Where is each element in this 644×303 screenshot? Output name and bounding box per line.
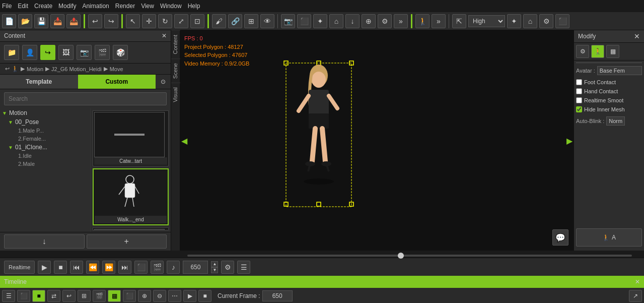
audio-button[interactable]: ♪: [167, 261, 180, 274]
tl-btn-7[interactable]: 🎬: [93, 290, 106, 302]
camera-icon-btn[interactable]: 📷: [77, 45, 92, 60]
forward-button[interactable]: ⏩: [102, 261, 115, 274]
merge-button[interactable]: ⊞: [244, 14, 258, 28]
hide-inner-mesh-checkbox[interactable]: [576, 106, 582, 112]
frame-down-btn[interactable]: ▼: [211, 267, 218, 273]
light-button[interactable]: ✦: [313, 14, 327, 28]
tl-btn-11[interactable]: ⊖: [153, 290, 166, 302]
mod-settings-icon[interactable]: ⚙: [576, 45, 589, 58]
tl-btn-4[interactable]: ⇄: [47, 290, 60, 302]
home-button[interactable]: ⌂: [329, 14, 343, 28]
plus-bottom-btn[interactable]: +: [87, 234, 167, 249]
tl-btn-3[interactable]: ■: [32, 290, 45, 302]
menu-edit[interactable]: Edit: [18, 3, 28, 10]
clip-button[interactable]: 🎬: [151, 261, 164, 274]
tl-btn-1[interactable]: ☰: [2, 290, 15, 302]
thumb-catw[interactable]: Catw...tart: [93, 110, 169, 166]
prev-button[interactable]: ⏮: [70, 261, 83, 274]
tab-settings-btn[interactable]: ⊙: [156, 75, 171, 89]
next-button[interactable]: ⏭: [118, 261, 131, 274]
tree-male2[interactable]: 2.Male: [0, 160, 90, 168]
folder-icon-btn[interactable]: 📁: [4, 45, 19, 60]
content-close-button[interactable]: ✕: [162, 32, 167, 39]
menu-window[interactable]: Window: [160, 3, 182, 10]
save-button[interactable]: 💾: [34, 14, 48, 28]
hand-contact-checkbox[interactable]: [576, 88, 582, 94]
export-button[interactable]: 📤: [66, 14, 81, 28]
tree-idle[interactable]: 1.Idle: [0, 152, 90, 160]
tl-btn-12[interactable]: ⋯: [168, 290, 181, 302]
side-tab-scene[interactable]: Scene: [171, 58, 180, 83]
image-icon-btn[interactable]: 🖼: [58, 45, 74, 60]
foot-contact-checkbox[interactable]: [576, 79, 582, 85]
thumb-3[interactable]: [93, 227, 169, 230]
figure-button[interactable]: 🚶: [415, 14, 430, 28]
quality-dropdown[interactable]: HighMediumLow: [468, 15, 505, 27]
menu-file[interactable]: File: [2, 3, 12, 10]
target-button[interactable]: ⊕: [362, 14, 376, 28]
menu-help[interactable]: Help: [188, 3, 200, 10]
rotate-button[interactable]: ↻: [158, 14, 172, 28]
move-button[interactable]: ✛: [142, 14, 156, 28]
transform-button[interactable]: ⊡: [190, 14, 204, 28]
scrubber-area[interactable]: [187, 252, 632, 257]
menu-view[interactable]: View: [141, 3, 154, 10]
current-frame-input[interactable]: 650: [262, 290, 293, 301]
eye-button[interactable]: 👁: [260, 14, 274, 28]
timeline-close-button[interactable]: ✕: [635, 278, 640, 285]
realtime-smooth-checkbox[interactable]: [576, 97, 582, 103]
thumb-walk[interactable]: Walk..._end: [93, 168, 169, 225]
menu-animation[interactable]: Animation: [82, 3, 109, 10]
home2-button[interactable]: ⌂: [523, 14, 537, 28]
sparkle-button[interactable]: ✦: [507, 14, 521, 28]
tl-btn-6[interactable]: ⊞: [78, 290, 91, 302]
tree-motion[interactable]: ▼ Motion: [0, 108, 90, 117]
new-button[interactable]: 📄: [2, 14, 16, 28]
checkerboard-button[interactable]: ⬛: [555, 14, 569, 28]
viewport-right-arrow[interactable]: ▶: [566, 136, 573, 145]
side-tab-visual[interactable]: Visual: [171, 83, 180, 106]
tree-female[interactable]: 2.Female...: [0, 135, 90, 143]
settings-button[interactable]: ⚙: [539, 14, 553, 28]
add-bottom-btn[interactable]: ↓: [4, 234, 85, 249]
tl-btn-5[interactable]: ↩: [62, 290, 76, 302]
gear-button[interactable]: ⚙: [378, 14, 392, 28]
bc-back[interactable]: ↩: [5, 66, 10, 72]
camera-button[interactable]: 📷: [281, 14, 295, 28]
tab-custom[interactable]: Custom: [78, 75, 156, 89]
cube-icon-btn[interactable]: 🎲: [113, 45, 128, 60]
playback-list-btn[interactable]: ☰: [237, 261, 250, 274]
viewport-left-arrow[interactable]: ◀: [181, 136, 187, 145]
record-button[interactable]: ⬛: [134, 261, 148, 274]
select-button[interactable]: ↖: [126, 14, 140, 28]
modify-close-button[interactable]: ✕: [634, 32, 640, 40]
animation-icon-btn[interactable]: ↪: [40, 45, 55, 60]
side-tab-content[interactable]: Content: [171, 30, 180, 58]
frame-input[interactable]: 650: [183, 261, 208, 274]
render-button[interactable]: ⬛: [297, 14, 311, 28]
tl-stop-btn[interactable]: ■: [198, 290, 211, 302]
menu-render[interactable]: Render: [115, 3, 135, 10]
download-button[interactable]: ↓: [345, 14, 360, 28]
playback-settings-btn[interactable]: ⚙: [221, 261, 234, 274]
film-icon-btn[interactable]: 🎬: [95, 45, 110, 60]
import-button[interactable]: 📥: [50, 14, 64, 28]
rewind-button[interactable]: ⏪: [86, 261, 99, 274]
tl-export-btn[interactable]: ↗: [629, 290, 642, 302]
tree-iclone[interactable]: ▼ 01_iClone...: [0, 143, 90, 152]
link-button[interactable]: 🔗: [228, 14, 242, 28]
menu-create[interactable]: Create: [34, 3, 52, 10]
person-icon-btn[interactable]: 👤: [22, 45, 37, 60]
brush-button[interactable]: 🖌: [212, 14, 226, 28]
scale-button[interactable]: ⤢: [174, 14, 188, 28]
tree-male-p[interactable]: 1.Male P...: [0, 127, 90, 135]
realtime-button[interactable]: Realtime: [4, 261, 35, 274]
open-button[interactable]: 📂: [18, 14, 32, 28]
tree-00pose[interactable]: ▼ 00_Pose: [0, 117, 90, 127]
more-button[interactable]: »: [394, 14, 408, 28]
play-button[interactable]: ▶: [38, 261, 51, 274]
scrubber-handle[interactable]: [398, 253, 404, 259]
cursor-button[interactable]: ⇱: [452, 14, 466, 28]
bc-motion[interactable]: Motion: [27, 66, 43, 72]
frame-up-btn[interactable]: ▲: [211, 261, 218, 267]
